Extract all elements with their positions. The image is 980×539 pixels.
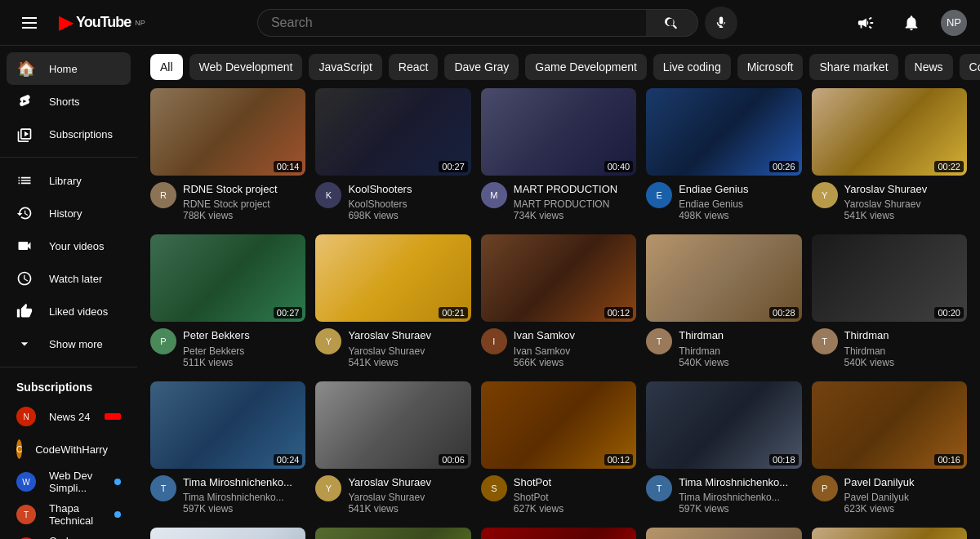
view-count: 541K views bbox=[348, 357, 470, 368]
video-card[interactable]: 00:06 Y Yaroslav Shuraev Yaroslav Shurae… bbox=[315, 381, 470, 514]
video-card[interactable]: 00:40 M MART PRODUCTION MART PRODUCTION … bbox=[481, 88, 636, 221]
video-info: Peter Bekkers Peter Bekkers 511K views bbox=[183, 328, 305, 368]
video-card[interactable]: 00:10 I Ivan Samkov Ivan Samkov bbox=[646, 528, 801, 539]
main-content: All Web Development JavaScript React Dav… bbox=[137, 46, 980, 539]
channel-avatar: K bbox=[315, 182, 341, 208]
sidebar-item-home[interactable]: 🏠 Home bbox=[7, 52, 131, 85]
mic-button[interactable] bbox=[705, 7, 737, 39]
video-meta: P Pavel Danilyuk Pavel Danilyuk 623K vie… bbox=[812, 469, 967, 514]
filter-chip-javascript[interactable]: JavaScript bbox=[309, 54, 381, 80]
video-card[interactable]: 00:18 T Tima Miroshnichenko... Tima Miro… bbox=[646, 381, 801, 514]
search-icon bbox=[664, 16, 679, 30]
filter-chip-live-coding[interactable]: Live coding bbox=[653, 54, 731, 80]
sidebar-item-label: Shorts bbox=[49, 96, 80, 108]
video-card[interactable]: 00:10 S ShotPot ShotPot bbox=[481, 528, 636, 539]
sidebar-item-webdev[interactable]: W Web Dev Simpli... bbox=[7, 466, 131, 498]
duration-badge: 00:40 bbox=[604, 161, 634, 172]
sidebar-item-news24[interactable]: N News 24 bbox=[7, 400, 131, 433]
video-card[interactable]: 00:22 Y Yaroslav Shuraev Yaroslav Shurae… bbox=[812, 88, 967, 221]
subscriptions-section-title: Subscriptions bbox=[0, 374, 137, 400]
channel-avatar: P bbox=[150, 328, 176, 354]
filter-chip-share-market[interactable]: Share market bbox=[809, 54, 898, 80]
video-title: Endiae Genius bbox=[679, 182, 801, 197]
notifications-button[interactable] bbox=[895, 7, 928, 39]
channel-name: RDNE Stock project bbox=[183, 198, 305, 210]
view-count: 541K views bbox=[348, 503, 470, 514]
video-card[interactable]: 00:21 Y Yaroslav Shuraev Yaroslav Shurae… bbox=[315, 234, 470, 368]
channel-avatar: I bbox=[481, 328, 507, 354]
video-card[interactable]: 00:12 S ShotPot ShotPot 627K views bbox=[481, 381, 636, 514]
video-card[interactable]: 00:12 C Charlie Moynee Charlie Moynee bbox=[315, 528, 470, 539]
sidebar-item-show-more[interactable]: Show more bbox=[7, 327, 131, 360]
channel-name: Peter Bekkers bbox=[183, 345, 305, 357]
sidebar-item-shorts[interactable]: Shorts bbox=[7, 85, 131, 118]
view-count: 541K views bbox=[844, 210, 967, 221]
filter-chip-react[interactable]: React bbox=[389, 54, 439, 80]
liked-videos-icon bbox=[16, 303, 36, 319]
filter-chip-web-dev[interactable]: Web Development bbox=[189, 54, 303, 80]
video-card[interactable]: 00:11 I Ivan Samkov Ivan Samkov bbox=[812, 528, 967, 539]
video-card[interactable]: 00:26 E Endiae Genius Endiae Genius 498K… bbox=[646, 88, 801, 221]
channel-name: MART PRODUCTION bbox=[514, 198, 636, 210]
video-card[interactable]: 00:27 P Peter Bekkers Peter Bekkers 511K… bbox=[150, 234, 305, 368]
sidebar-item-liked-videos[interactable]: Liked videos bbox=[7, 295, 131, 327]
channel-name: Ivan Samkov bbox=[514, 345, 636, 357]
filter-chip-dave-gray[interactable]: Dave Gray bbox=[444, 54, 519, 80]
sidebar-item-thapa[interactable]: T Thapa Technical bbox=[7, 498, 131, 531]
view-count: 566K views bbox=[514, 357, 636, 368]
sidebar-item-your-videos[interactable]: Your videos bbox=[7, 229, 131, 262]
video-meta: K KoolShooters KoolShooters 698K views bbox=[315, 176, 470, 221]
search-button[interactable] bbox=[646, 9, 698, 37]
hamburger-button[interactable] bbox=[13, 7, 46, 39]
video-thumbnail: 00:18 bbox=[646, 381, 801, 469]
header: ▶ YouTubeNP bbox=[0, 0, 980, 46]
video-card[interactable]: 00:28 T Thirdman Thirdman 540K views bbox=[646, 234, 801, 368]
video-meta: Y Yaroslav Shuraev Yaroslav Shuraev 541K… bbox=[315, 322, 470, 368]
video-meta: Y Yaroslav Shuraev Yaroslav Shuraev 541K… bbox=[812, 176, 967, 221]
sidebar-item-coderdost[interactable]: C Coder Dost bbox=[7, 531, 131, 539]
view-count: 511K views bbox=[183, 357, 305, 368]
youtube-country-badge: NP bbox=[135, 19, 145, 27]
video-meta: T Tima Miroshnichenko... Tima Miroshnich… bbox=[150, 469, 305, 514]
video-card[interactable]: 00:12 I Ivan Samkov Ivan Samkov 566K vie… bbox=[481, 234, 636, 368]
filter-chip-all[interactable]: All bbox=[150, 54, 183, 80]
sidebar-item-library[interactable]: Library bbox=[7, 164, 131, 197]
filter-chip-game-dev[interactable]: Game Development bbox=[525, 54, 647, 80]
video-title: Yaroslav Shuraev bbox=[348, 475, 470, 490]
duration-badge: 00:27 bbox=[274, 307, 303, 318]
video-info: RDNE Stock project RDNE Stock project 78… bbox=[183, 182, 305, 221]
sidebar-item-label: History bbox=[49, 207, 82, 220]
video-card[interactable]: 00:24 T Tima Miroshnichenko... Tima Miro… bbox=[150, 381, 305, 514]
filter-bar: All Web Development JavaScript React Dav… bbox=[137, 46, 980, 88]
video-info: Thirdman Thirdman 540K views bbox=[844, 328, 967, 368]
create-button[interactable] bbox=[849, 7, 882, 39]
video-card[interactable]: 00:16 P Pavel Danilyuk Pavel Danilyuk 62… bbox=[812, 381, 967, 514]
channel-name: Yaroslav Shuraev bbox=[844, 198, 967, 210]
video-title: Thirdman bbox=[844, 328, 967, 343]
search-area bbox=[145, 7, 849, 39]
video-card[interactable]: 00:14 R RDNE Stock project RDNE Stock pr… bbox=[150, 88, 305, 221]
video-thumbnail: 00:12 bbox=[315, 528, 470, 539]
sidebar-item-subscriptions[interactable]: Subscriptions bbox=[7, 118, 131, 150]
channel-name: Tima Miroshnichenko... bbox=[183, 492, 305, 503]
filter-chip-microsoft[interactable]: Microsoft bbox=[737, 54, 804, 80]
sidebar-item-watch-later[interactable]: Watch later bbox=[7, 262, 131, 295]
video-info: Yaroslav Shuraev Yaroslav Shuraev 541K v… bbox=[348, 475, 470, 514]
video-thumbnail: 00:16 bbox=[812, 381, 967, 469]
video-info: Ivan Samkov Ivan Samkov 566K views bbox=[514, 328, 636, 368]
video-card[interactable]: 00:20 T Thirdman Thirdman 540K views bbox=[812, 234, 967, 368]
sub-label: Web Dev Simpli... bbox=[49, 470, 101, 494]
sidebar-item-history[interactable]: History bbox=[7, 197, 131, 229]
video-card[interactable]: 00:27 K KoolShooters KoolShooters 698K v… bbox=[315, 88, 470, 221]
video-card[interactable]: 00:31 A Ashutosh Vyas Ashutosh Vyas bbox=[150, 528, 305, 539]
search-input[interactable] bbox=[257, 9, 646, 37]
account-avatar[interactable]: NP bbox=[941, 10, 967, 36]
filter-chip-news[interactable]: News bbox=[905, 54, 953, 80]
filter-chip-cs[interactable]: Computer Science bbox=[960, 54, 980, 80]
sidebar-item-codewithharry[interactable]: C CodeWithHarry bbox=[7, 433, 131, 466]
channel-name: Yaroslav Shuraev bbox=[348, 345, 470, 357]
youtube-logo[interactable]: ▶ YouTubeNP bbox=[59, 12, 145, 33]
video-meta: M MART PRODUCTION MART PRODUCTION 734K v… bbox=[481, 176, 636, 221]
sidebar-item-label: Liked videos bbox=[49, 305, 108, 318]
thapa-avatar: T bbox=[16, 505, 36, 524]
